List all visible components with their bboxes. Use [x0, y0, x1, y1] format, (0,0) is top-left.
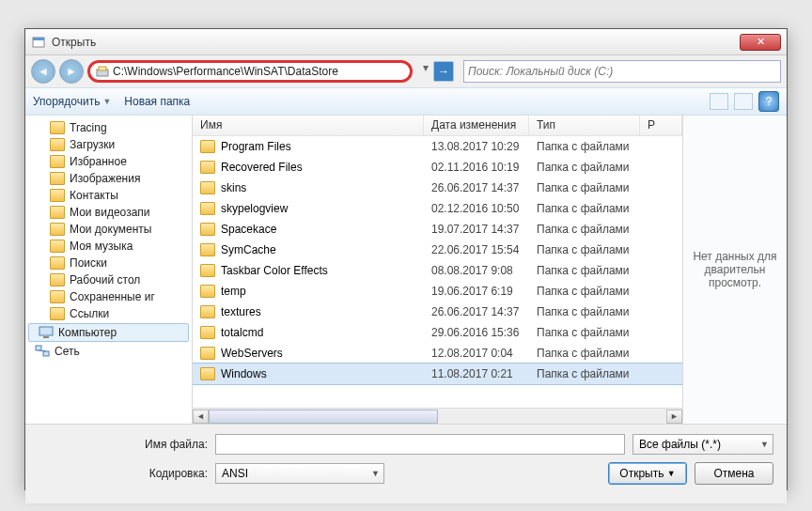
folder-icon — [50, 138, 65, 151]
file-row[interactable]: SymCache22.06.2017 15:54Папка с файлами — [193, 240, 682, 260]
col-type[interactable]: Тип — [529, 116, 640, 135]
back-button[interactable]: ◄ — [31, 59, 55, 84]
file-row[interactable]: Windows11.08.2017 0:21Папка с файлами — [193, 364, 682, 384]
folder-icon — [200, 347, 215, 360]
network-icon — [35, 345, 50, 358]
tree-computer[interactable]: Компьютер — [28, 323, 189, 342]
tree-item[interactable]: Моя музыка — [25, 238, 192, 255]
folder-icon — [50, 223, 65, 236]
search-box[interactable] — [463, 60, 781, 83]
folder-icon — [200, 285, 215, 298]
tree-item[interactable]: Избранное — [25, 153, 192, 170]
col-size[interactable]: Р — [640, 116, 682, 135]
tree-item[interactable]: Контакты — [25, 187, 192, 204]
file-row[interactable]: skypelogview02.12.2016 10:50Папка с файл… — [193, 198, 682, 219]
chevron-down-icon: ▼ — [760, 440, 769, 449]
file-filter-combo[interactable]: Все файлы (*.*)▼ — [632, 434, 773, 455]
folder-icon — [200, 202, 215, 215]
nav-tree[interactable]: TracingЗагрузкиИзбранноеИзображенияКонта… — [25, 116, 193, 424]
drive-icon — [96, 65, 109, 78]
svg-rect-3 — [99, 67, 106, 70]
app-icon — [31, 35, 46, 50]
breadcrumb-dropdown[interactable]: ▾ — [420, 61, 431, 82]
address-bar[interactable]: C:\Windows\Performance\WinSAT\DataStore — [87, 60, 413, 83]
view-options-button[interactable] — [710, 93, 728, 110]
svg-rect-1 — [33, 38, 44, 40]
nav-row: ◄ ► C:\Windows\Performance\WinSAT\DataSt… — [25, 55, 787, 87]
tree-item[interactable]: Мои документы — [25, 221, 192, 238]
tree-item[interactable]: Поиски — [25, 255, 192, 271]
file-row[interactable]: Spacekace19.07.2017 14:37Папка с файлами — [193, 219, 682, 240]
cancel-button[interactable]: Отмена — [695, 462, 773, 485]
folder-icon — [50, 206, 65, 219]
help-button[interactable]: ? — [758, 91, 779, 112]
open-dialog: Открыть ✕ ◄ ► C:\Windows\Performance\Win… — [24, 28, 788, 490]
folder-icon — [50, 172, 65, 185]
file-row[interactable]: temp19.06.2017 6:19Папка с файлами — [193, 281, 682, 302]
file-row[interactable]: Program Files13.08.2017 10:29Папка с фай… — [193, 136, 682, 157]
search-input[interactable] — [468, 65, 776, 78]
scroll-thumb[interactable] — [209, 410, 438, 424]
svg-rect-4 — [39, 327, 53, 335]
svg-rect-5 — [43, 336, 49, 338]
folder-icon — [50, 256, 65, 270]
folder-icon — [50, 273, 65, 286]
computer-icon — [39, 326, 54, 339]
svg-rect-7 — [43, 351, 49, 356]
encoding-combo[interactable]: ANSI▼ — [215, 463, 384, 484]
titlebar[interactable]: Открыть ✕ — [25, 29, 787, 55]
tree-network[interactable]: Сеть — [25, 343, 192, 360]
toolbar: Упорядочить▼ Новая папка ? — [25, 87, 787, 116]
tree-item[interactable]: Tracing — [25, 119, 192, 136]
address-text: C:\Windows\Performance\WinSAT\DataStore — [113, 65, 338, 78]
folder-icon — [200, 264, 215, 277]
file-row[interactable]: WebServers12.08.2017 0:04Папка с файлами — [193, 343, 682, 364]
new-folder-button[interactable]: Новая папка — [124, 95, 190, 108]
folder-icon — [200, 326, 215, 339]
folder-icon — [50, 189, 65, 202]
file-list: Имя Дата изменения Тип Р Program Files13… — [193, 116, 683, 424]
window-title: Открыть — [52, 36, 740, 49]
folder-icon — [200, 223, 215, 236]
folder-icon — [200, 181, 215, 194]
tree-item[interactable]: Рабочий стол — [25, 271, 192, 288]
file-row[interactable]: totalcmd29.06.2016 15:36Папка с файлами — [193, 322, 682, 343]
file-row[interactable]: Taskbar Color Effects08.08.2017 9:08Папк… — [193, 260, 682, 281]
file-row[interactable]: Recovered Files02.11.2016 10:19Папка с ф… — [193, 157, 682, 178]
folder-icon — [50, 307, 65, 320]
close-button[interactable]: ✕ — [740, 34, 781, 51]
chevron-down-icon: ▼ — [371, 469, 380, 478]
preview-pane-button[interactable] — [734, 93, 753, 110]
h-scrollbar[interactable]: ◄ ► — [193, 408, 682, 424]
svg-line-8 — [39, 350, 46, 351]
scroll-left-button[interactable]: ◄ — [193, 410, 209, 424]
preview-pane: Нет данных для дварительн просмотр. — [683, 116, 787, 424]
tree-item[interactable]: Ссылки — [25, 305, 192, 322]
scroll-track[interactable] — [209, 410, 666, 424]
file-row[interactable]: skins26.06.2017 14:37Папка с файлами — [193, 178, 682, 198]
col-name[interactable]: Имя — [193, 116, 424, 135]
preview-text: Нет данных для дварительн просмотр. — [691, 250, 779, 289]
tree-item[interactable]: Мои видеозапи — [25, 204, 192, 221]
go-button[interactable]: → — [433, 61, 454, 82]
tree-item[interactable]: Загрузки — [25, 136, 192, 153]
folder-icon — [200, 161, 215, 174]
scroll-right-button[interactable]: ► — [666, 410, 682, 424]
encoding-label: Кодировка: — [39, 467, 208, 480]
chevron-down-icon: ▼ — [102, 97, 111, 106]
svg-rect-6 — [36, 346, 41, 350]
tree-item[interactable]: Изображения — [25, 170, 192, 187]
forward-button[interactable]: ► — [59, 59, 84, 84]
filename-input[interactable] — [215, 434, 625, 455]
col-date[interactable]: Дата изменения — [424, 116, 529, 135]
folder-icon — [50, 240, 65, 253]
folder-icon — [50, 290, 65, 303]
file-row[interactable]: textures26.06.2017 14:37Папка с файлами — [193, 302, 682, 322]
organize-button[interactable]: Упорядочить▼ — [33, 95, 111, 108]
list-header[interactable]: Имя Дата изменения Тип Р — [193, 116, 682, 136]
folder-icon — [50, 155, 65, 168]
filename-label: Имя файла: — [39, 438, 208, 451]
open-button[interactable]: Открыть ▼ — [608, 462, 687, 485]
tree-item[interactable]: Сохраненные иг — [25, 288, 192, 305]
folder-icon — [200, 243, 215, 256]
